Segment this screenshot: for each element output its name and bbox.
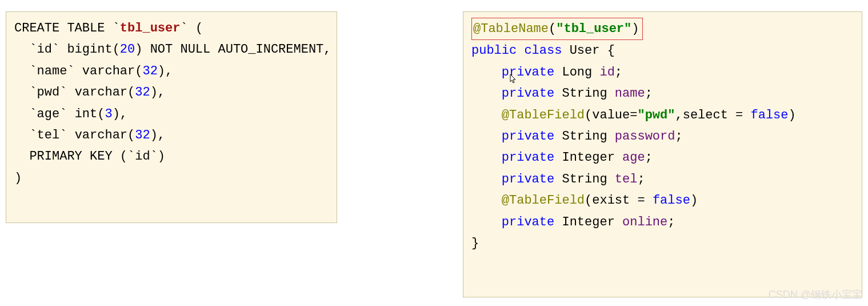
str-tbl-user: "tbl_user" <box>556 22 631 36</box>
sql-col-id-len: 20 <box>120 42 135 57</box>
sql-pk-col: id <box>135 149 150 164</box>
sql-col-name-len: 32 <box>142 64 157 78</box>
semi-6: ; <box>667 215 675 229</box>
field-password: password <box>615 129 675 144</box>
kw-private-3: private <box>502 129 554 144</box>
kw-class: class <box>524 43 562 58</box>
sql-col-tel: tel <box>37 128 60 142</box>
sql-col-id: id <box>37 42 52 57</box>
brace-close: } <box>471 236 479 251</box>
semi-4: ; <box>645 150 653 165</box>
field-age: age <box>622 150 645 165</box>
anno-tablename: @TableName <box>473 22 549 36</box>
sql-pk: PRIMARY KEY <box>29 149 112 164</box>
kw-public: public <box>471 43 517 58</box>
type-string-2: String <box>562 129 607 144</box>
semi-5: ; <box>637 172 645 186</box>
sql-col-age-type: int <box>75 107 98 121</box>
semi-2: ; <box>645 86 653 101</box>
exist-eq: (exist = <box>585 193 653 208</box>
semi-1: ; <box>615 65 622 80</box>
type-integer-1: Integer <box>562 150 614 165</box>
watermark-text: CSDN @钢铁小宝宝 <box>769 286 862 304</box>
sql-col-age: age <box>37 107 60 121</box>
kw-private-4: private <box>502 150 554 165</box>
cursor-icon <box>510 74 518 90</box>
kw-false-2: false <box>653 193 690 208</box>
sql-col-pwd-len: 32 <box>135 85 150 100</box>
sql-col-pwd: pwd <box>37 85 60 100</box>
sql-col-pwd-type: varchar <box>75 85 127 100</box>
sql-col-id-rest: NOT NULL AUTO_INCREMENT, <box>150 42 331 57</box>
comma-1: , <box>165 64 173 78</box>
paren-close-2: ) <box>690 193 698 208</box>
kw-private-6: private <box>502 215 554 229</box>
comma-4: , <box>158 128 165 142</box>
class-name: User <box>570 43 600 58</box>
field-online: online <box>622 215 667 229</box>
field-id: id <box>599 65 614 80</box>
field-tel: tel <box>615 172 638 186</box>
sql-col-tel-type: varchar <box>75 128 127 142</box>
sql-keyword-create: CREATE <box>14 21 59 35</box>
sql-col-age-len: 3 <box>105 107 112 121</box>
value-eq: value= <box>592 108 637 122</box>
type-string-1: String <box>562 86 607 101</box>
anno-tablefield-2: @TableField <box>502 193 585 208</box>
sql-col-name: name <box>37 64 67 78</box>
comma-2: , <box>158 85 165 100</box>
sql-code-block: CREATE TABLE `tbl_user` ( `id` bigint(20… <box>6 11 337 223</box>
sql-keyword-table: TABLE <box>67 21 105 35</box>
kw-false-1: false <box>751 108 789 122</box>
select-eq: ,select = <box>675 108 750 122</box>
sql-col-tel-len: 32 <box>135 128 150 142</box>
kw-private-5: private <box>502 172 554 186</box>
type-long: Long <box>562 65 592 80</box>
paren-close-1: ) <box>789 108 796 122</box>
type-string-3: String <box>562 172 607 186</box>
anno-tablefield-1: @TableField <box>502 108 585 122</box>
sql-col-id-type: bigint <box>67 42 112 57</box>
str-pwd: "pwd" <box>637 108 675 122</box>
java-code-block: @TableName("tbl_user") public class User… <box>463 11 862 297</box>
type-integer-2: Integer <box>562 215 614 229</box>
sql-table-name: tbl_user <box>120 21 181 35</box>
brace-open: { <box>607 43 615 58</box>
sql-close-paren: ) <box>14 171 22 185</box>
comma-3: , <box>120 107 127 121</box>
sql-open-paren: ( <box>195 21 203 35</box>
semi-3: ; <box>675 129 682 144</box>
field-name: name <box>615 86 645 101</box>
highlight-box: @TableName("tbl_user") <box>471 18 643 40</box>
sql-col-name-type: varchar <box>82 64 135 78</box>
